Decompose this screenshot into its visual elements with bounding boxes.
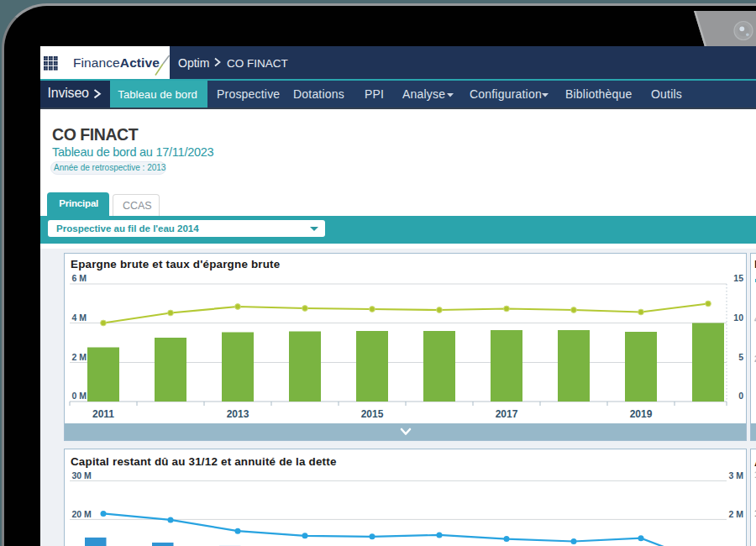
svg-text:2019: 2019: [630, 408, 653, 420]
svg-text:2017: 2017: [496, 408, 518, 420]
svg-text:5: 5: [738, 351, 743, 361]
svg-text:2 M: 2 M: [72, 351, 87, 361]
svg-text:2011: 2011: [92, 408, 114, 420]
svg-text:2015: 2015: [361, 408, 384, 420]
svg-text:4 M: 4 M: [72, 312, 87, 322]
svg-text:3 M: 3 M: [728, 470, 743, 480]
svg-text:10: 10: [733, 312, 743, 322]
svg-text:6 M: 6 M: [72, 273, 87, 283]
svg-text:0 M: 0 M: [72, 391, 87, 401]
svg-text:20 M: 20 M: [72, 509, 92, 519]
svg-text:2 M: 2 M: [728, 509, 743, 519]
svg-text:15: 15: [733, 273, 743, 283]
svg-text:0: 0: [738, 391, 743, 401]
svg-text:30 M: 30 M: [72, 470, 92, 480]
svg-text:2013: 2013: [227, 408, 249, 420]
